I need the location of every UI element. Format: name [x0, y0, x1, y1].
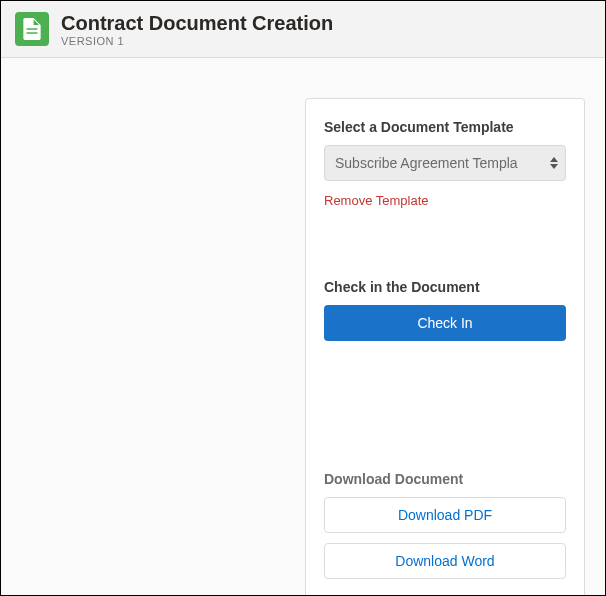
- checkin-label: Check in the Document: [324, 279, 566, 295]
- template-select[interactable]: Subscribe Agreement Templa: [324, 145, 566, 181]
- checkin-section: Check in the Document Check In: [324, 279, 566, 341]
- check-in-button[interactable]: Check In: [324, 305, 566, 341]
- page-header: Contract Document Creation Version 1: [1, 1, 605, 58]
- download-word-button[interactable]: Download Word: [324, 543, 566, 579]
- page-title: Contract Document Creation: [61, 11, 333, 35]
- remove-template-link[interactable]: Remove Template: [324, 193, 429, 208]
- template-select-wrapper[interactable]: Subscribe Agreement Templa: [324, 145, 566, 181]
- header-text: Contract Document Creation Version 1: [61, 11, 333, 47]
- download-section: Download Document Download PDF Download …: [324, 471, 566, 579]
- page-subtitle: Version 1: [61, 35, 333, 47]
- download-label: Download Document: [324, 471, 566, 487]
- side-panel: Select a Document Template Subscribe Agr…: [305, 98, 585, 596]
- download-pdf-button[interactable]: Download PDF: [324, 497, 566, 533]
- template-label: Select a Document Template: [324, 119, 566, 135]
- template-section: Select a Document Template Subscribe Agr…: [324, 119, 566, 209]
- document-icon: [15, 12, 49, 46]
- content-area: Select a Document Template Subscribe Agr…: [1, 58, 605, 596]
